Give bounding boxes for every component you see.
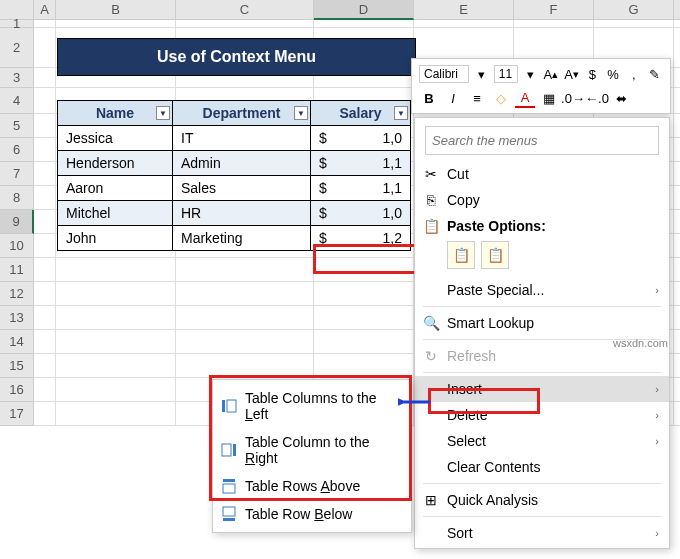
row-header-13[interactable]: 13	[0, 306, 34, 330]
paste-option-values[interactable]: 📋	[481, 241, 509, 269]
comma-format-icon[interactable]: ,	[626, 64, 643, 84]
row-header-11[interactable]: 11	[0, 258, 34, 282]
col-header-F[interactable]: F	[514, 0, 594, 20]
font-color-icon[interactable]: A	[515, 88, 535, 108]
menu-separator	[423, 372, 661, 373]
increase-decimal-icon[interactable]: .0→	[563, 88, 583, 108]
svg-rect-5	[223, 484, 235, 493]
menu-cut[interactable]: ✂Cut	[415, 161, 669, 187]
row-header-17[interactable]: 17	[0, 402, 34, 426]
row-header-5[interactable]: 5	[0, 114, 34, 138]
submenu-rows-above[interactable]: Table Rows Above	[213, 472, 411, 500]
menu-quick-analysis[interactable]: ⊞Quick Analysis	[415, 487, 669, 513]
context-menu: ✂Cut ⎘Copy 📋Paste Options: 📋 📋 Paste Spe…	[414, 117, 670, 549]
cell-dept[interactable]: Marketing	[173, 226, 311, 251]
table-row[interactable]: Jessica IT $1,0	[58, 126, 411, 151]
table-row[interactable]: Mitchel HR $1,0	[58, 201, 411, 226]
arrow-annotation	[398, 395, 430, 409]
menu-select[interactable]: Select›	[415, 428, 669, 454]
header-department[interactable]: Department▼	[173, 101, 311, 126]
row-header-8[interactable]: 8	[0, 186, 34, 210]
col-header-G[interactable]: G	[594, 0, 674, 20]
row-header-16[interactable]: 16	[0, 378, 34, 402]
font-name-input[interactable]	[419, 65, 469, 83]
header-name[interactable]: Name▼	[58, 101, 173, 126]
submenu-label: Table Rows Above	[245, 478, 360, 494]
col-header-B[interactable]: B	[56, 0, 176, 20]
menu-sort[interactable]: Sort›	[415, 520, 669, 546]
filter-dropdown-icon[interactable]: ▼	[156, 106, 170, 120]
paste-options-label: 📋Paste Options:	[415, 213, 669, 237]
submenu-row-below[interactable]: Table Row Below	[213, 500, 411, 528]
cell-salary[interactable]: $1,0	[311, 126, 411, 151]
row-header-9[interactable]: 9	[0, 210, 34, 234]
col-header-C[interactable]: C	[176, 0, 314, 20]
table-row[interactable]: John Marketing $1,2	[58, 226, 411, 251]
submenu-cols-left[interactable]: Table Columns to the Left	[213, 384, 411, 428]
data-table: Name▼ Department▼ Salary▼ Jessica IT $1,…	[57, 100, 411, 251]
submenu-cols-right[interactable]: Table Column to the Right	[213, 428, 411, 472]
table-row[interactable]: Henderson Admin $1,1	[58, 151, 411, 176]
cell-name[interactable]: Henderson	[58, 151, 173, 176]
cell-salary[interactable]: $1,1	[311, 151, 411, 176]
cell-salary[interactable]: $1,2	[311, 226, 411, 251]
font-size-input[interactable]	[494, 65, 518, 83]
row-header-7[interactable]: 7	[0, 162, 34, 186]
row-header-4[interactable]: 4	[0, 88, 34, 114]
table-row[interactable]: Aaron Sales $1,1	[58, 176, 411, 201]
cell-name[interactable]: John	[58, 226, 173, 251]
italic-button[interactable]: I	[443, 88, 463, 108]
table-header-row: Name▼ Department▼ Salary▼	[58, 101, 411, 126]
format-painter-icon[interactable]: ✎	[646, 64, 663, 84]
bold-button[interactable]: B	[419, 88, 439, 108]
cell-salary[interactable]: $1,1	[311, 176, 411, 201]
menu-copy[interactable]: ⎘Copy	[415, 187, 669, 213]
cell-dept[interactable]: Sales	[173, 176, 311, 201]
percent-format-icon[interactable]: %	[605, 64, 622, 84]
row-header-12[interactable]: 12	[0, 282, 34, 306]
font-dropdown-icon[interactable]: ▾	[473, 64, 490, 84]
menu-search-input[interactable]	[425, 126, 659, 155]
row-header-14[interactable]: 14	[0, 330, 34, 354]
row-header-2[interactable]: 2	[0, 28, 34, 68]
filter-dropdown-icon[interactable]: ▼	[394, 106, 408, 120]
menu-insert[interactable]: Insert›	[415, 376, 669, 402]
row-header-10[interactable]: 10	[0, 234, 34, 258]
accounting-format-icon[interactable]: $	[584, 64, 601, 84]
align-button[interactable]: ≡	[467, 88, 487, 108]
decrease-decimal-icon[interactable]: ←.0	[587, 88, 607, 108]
cell-name[interactable]: Aaron	[58, 176, 173, 201]
menu-paste-special[interactable]: Paste Special...›	[415, 277, 669, 303]
decrease-font-icon[interactable]: A▾	[563, 64, 580, 84]
col-header-H[interactable]: H	[674, 0, 680, 20]
paste-option-default[interactable]: 📋	[447, 241, 475, 269]
row-header-1[interactable]: 1	[0, 20, 34, 28]
font-size-dropdown-icon[interactable]: ▾	[522, 64, 539, 84]
cell-name[interactable]: Mitchel	[58, 201, 173, 226]
row-header-3[interactable]: 3	[0, 68, 34, 88]
increase-font-icon[interactable]: A▴	[543, 64, 560, 84]
cell-name[interactable]: Jessica	[58, 126, 173, 151]
cell-dept[interactable]: IT	[173, 126, 311, 151]
header-name-label: Name	[96, 105, 134, 121]
filter-dropdown-icon[interactable]: ▼	[294, 106, 308, 120]
col-header-D[interactable]: D	[314, 0, 414, 20]
cell-dept[interactable]: HR	[173, 201, 311, 226]
svg-rect-6	[223, 518, 235, 521]
col-header-A[interactable]: A	[34, 0, 56, 20]
table-row-below-icon	[221, 506, 237, 522]
borders-icon[interactable]: ▦	[539, 88, 559, 108]
table-cols-right-icon	[221, 442, 237, 458]
cell-salary[interactable]: $1,0	[311, 201, 411, 226]
watermark: wsxdn.com	[613, 337, 668, 349]
menu-clear-contents[interactable]: Clear Contents	[415, 454, 669, 480]
col-header-E[interactable]: E	[414, 0, 514, 20]
fill-color-icon[interactable]: ◇	[491, 88, 511, 108]
header-salary[interactable]: Salary▼	[311, 101, 411, 126]
row-header-6[interactable]: 6	[0, 138, 34, 162]
merge-center-icon[interactable]: ⬌	[611, 88, 631, 108]
menu-delete[interactable]: Delete›	[415, 402, 669, 428]
menu-smart-lookup[interactable]: 🔍Smart Lookup	[415, 310, 669, 336]
row-header-15[interactable]: 15	[0, 354, 34, 378]
cell-dept[interactable]: Admin	[173, 151, 311, 176]
